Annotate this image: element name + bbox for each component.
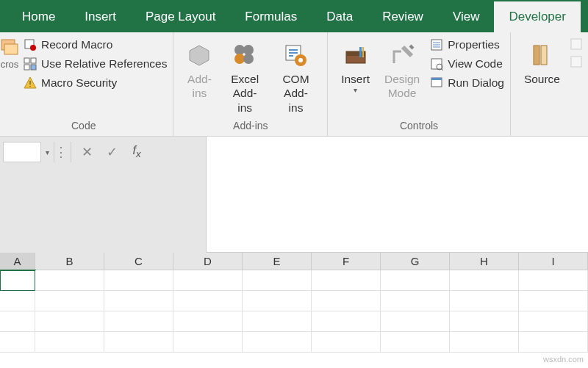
tab-view[interactable]: View xyxy=(438,1,495,32)
cell[interactable] xyxy=(312,270,381,291)
cell[interactable] xyxy=(0,332,35,353)
tab-developer[interactable]: Developer xyxy=(494,1,581,32)
svg-point-3 xyxy=(30,45,36,51)
ribbon-tab-bar: Home Insert Page Layout Formulas Data Re… xyxy=(0,0,588,32)
macro-security-button[interactable]: ! Macro Security xyxy=(24,76,167,90)
cell[interactable] xyxy=(35,291,104,311)
cell[interactable] xyxy=(243,270,312,291)
visual-basic-icon[interactable] xyxy=(0,37,19,56)
svg-rect-5 xyxy=(31,58,36,63)
col-header-d[interactable]: D xyxy=(173,253,243,270)
insert-function-button[interactable]: fx xyxy=(124,142,149,162)
cell[interactable] xyxy=(104,291,173,311)
cell[interactable] xyxy=(381,332,450,353)
view-code-icon xyxy=(430,57,443,71)
record-macro-label: Record Macro xyxy=(41,38,112,51)
cell[interactable] xyxy=(450,332,519,353)
col-header-b[interactable]: B xyxy=(35,253,104,270)
group-controls: Insert ▾ Design Mode Properties View Cod… xyxy=(328,32,511,136)
svg-text:!: ! xyxy=(29,79,31,88)
cell[interactable] xyxy=(243,332,312,353)
tab-formulas[interactable]: Formulas xyxy=(230,1,312,32)
enter-button[interactable]: ✓ xyxy=(99,142,124,162)
insert-button[interactable]: Insert ▾ xyxy=(334,37,377,95)
cell[interactable] xyxy=(312,332,381,353)
cell-a1[interactable] xyxy=(0,270,35,291)
cell[interactable] xyxy=(381,270,450,291)
cell[interactable] xyxy=(450,291,519,311)
toolbox-icon xyxy=(343,43,368,68)
run-dialog-button[interactable]: Run Dialog xyxy=(430,76,504,90)
addins-label: Add- ins xyxy=(187,72,212,101)
svg-rect-20 xyxy=(359,47,362,57)
col-header-f[interactable]: F xyxy=(312,253,381,270)
cell[interactable] xyxy=(243,311,312,332)
addins-button[interactable]: Add- ins xyxy=(179,37,219,101)
cell[interactable] xyxy=(519,311,588,332)
cell[interactable] xyxy=(0,291,35,311)
design-mode-button[interactable]: Design Mode xyxy=(377,37,427,101)
spreadsheet-grid xyxy=(0,270,588,353)
col-header-h[interactable]: H xyxy=(450,253,519,270)
name-box[interactable] xyxy=(3,142,41,162)
cell[interactable] xyxy=(519,270,588,291)
check-icon: ✓ xyxy=(107,144,118,160)
cell[interactable] xyxy=(312,311,381,332)
properties-label: Properties xyxy=(448,38,500,51)
cell[interactable] xyxy=(35,332,104,353)
cell[interactable] xyxy=(173,270,243,291)
tab-page-layout[interactable]: Page Layout xyxy=(131,1,230,32)
cell[interactable] xyxy=(35,311,104,332)
cell[interactable] xyxy=(0,311,35,332)
com-addins-button[interactable]: COM Add-ins xyxy=(270,37,321,115)
group-addins-label: Add-ins xyxy=(179,118,321,134)
insert-label: Insert xyxy=(341,72,370,86)
cancel-button[interactable]: ✕ xyxy=(74,142,99,162)
tab-home[interactable]: Home xyxy=(7,1,70,32)
watermark: wsxdn.com xyxy=(543,355,584,364)
cell[interactable] xyxy=(35,270,104,291)
svg-rect-1 xyxy=(4,44,18,54)
col-header-c[interactable]: C xyxy=(104,253,173,270)
col-header-i[interactable]: I xyxy=(519,253,588,270)
view-code-button[interactable]: View Code xyxy=(430,57,504,71)
cell[interactable] xyxy=(519,291,588,311)
tab-insert[interactable]: Insert xyxy=(70,1,131,32)
properties-button[interactable]: Properties xyxy=(430,38,504,51)
properties-icon xyxy=(430,38,443,51)
cell[interactable] xyxy=(381,311,450,332)
use-relative-references-button[interactable]: Use Relative References xyxy=(24,57,167,71)
formula-bar-dots[interactable]: ⋮ xyxy=(54,144,68,160)
cell[interactable] xyxy=(450,270,519,291)
svg-rect-21 xyxy=(362,47,364,57)
cell[interactable] xyxy=(243,291,312,311)
col-header-g[interactable]: G xyxy=(381,253,450,270)
design-mode-icon xyxy=(390,43,415,68)
cell[interactable] xyxy=(104,311,173,332)
cell[interactable] xyxy=(104,270,173,291)
excel-addins-icon xyxy=(232,43,257,68)
cell[interactable] xyxy=(519,332,588,353)
cell[interactable] xyxy=(173,332,243,353)
cell[interactable] xyxy=(104,332,173,353)
svg-line-28 xyxy=(442,69,443,71)
formula-input[interactable] xyxy=(206,137,588,253)
col-header-e[interactable]: E xyxy=(243,253,312,270)
svg-point-17 xyxy=(298,58,303,62)
excel-addins-button[interactable]: Excel Add-ins xyxy=(219,37,270,115)
group-code-label: Code xyxy=(0,118,167,134)
source-button[interactable]: Source xyxy=(517,37,567,86)
cell[interactable] xyxy=(173,291,243,311)
cell[interactable] xyxy=(450,311,519,332)
name-box-dropdown[interactable]: ▾ xyxy=(41,142,54,162)
svg-rect-4 xyxy=(24,58,29,63)
cell[interactable] xyxy=(312,291,381,311)
svg-rect-30 xyxy=(431,78,442,80)
tab-review[interactable]: Review xyxy=(368,1,438,32)
macro-security-label: Macro Security xyxy=(41,76,117,90)
tab-data[interactable]: Data xyxy=(312,1,368,32)
cell[interactable] xyxy=(173,311,243,332)
record-macro-button[interactable]: Record Macro xyxy=(24,38,167,51)
cell[interactable] xyxy=(381,291,450,311)
col-header-a[interactable]: A xyxy=(0,253,35,270)
